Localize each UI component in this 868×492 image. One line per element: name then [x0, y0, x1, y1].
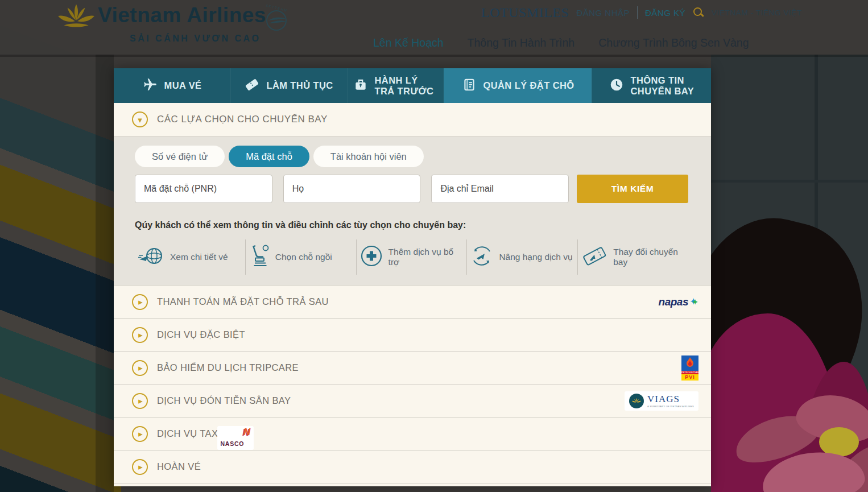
vietnam-airlines-lotus-icon[interactable] [56, 1, 97, 33]
mode-eticket[interactable]: Số vé điện tử [135, 146, 225, 167]
service-add-services[interactable]: Thêm dịch vụ bổ trợ [357, 239, 468, 275]
luggage-icon [353, 77, 368, 94]
mode-pnr[interactable]: Mã đặt chỗ [229, 146, 309, 167]
background-photo [711, 55, 868, 492]
lotusmiles-logo[interactable]: LOTUSMILES [481, 5, 569, 20]
service-view-ticket[interactable]: Xem chi tiết vé [135, 239, 246, 275]
chevron-right-icon[interactable] [132, 294, 148, 310]
globe-plane-icon [138, 246, 164, 268]
services-row: Xem chi tiết vé Chọn chỗ ngồi Thêm dịch … [135, 239, 688, 275]
search-button[interactable]: TÌM KIẾM [577, 175, 688, 203]
napas-logo: napas ✦ ✦ [659, 296, 698, 308]
tab-flight-info[interactable]: THÔNG TIN CHUYẾN BAY [592, 68, 711, 103]
service-label: Chọn chỗ ngồi [275, 252, 332, 262]
service-upgrade[interactable]: Nâng hạng dịch vụ [467, 239, 578, 275]
services-hint: Qúy khách có thể xem thông tin và điều c… [135, 220, 688, 230]
viags-logo: VIAGS A SUBSIDIARY OF VIETNAM AIRLINES [625, 391, 698, 411]
pvi-flame-icon [681, 355, 698, 371]
tab-buy-ticket[interactable]: MUA VÉ [114, 68, 230, 103]
main-nav: Lên Kế Hoạch Thông Tin Hành Trình Chương… [373, 36, 749, 49]
search-fields: TÌM KIẾM [135, 175, 688, 203]
service-choose-seat[interactable]: Chọn chỗ ngồi [246, 239, 357, 275]
pvi-logo: PETROVIETNAM PVI [681, 355, 698, 381]
pnr-input[interactable] [135, 175, 272, 203]
booking-tabbar: MUA VÉ LÀM THỦ TỤC HÀNH LÝ TRẢ TRƯỚC QUẢ… [114, 68, 711, 103]
accordion-label: BẢO HIỂM DU LỊCH TRIPCARE [157, 362, 299, 373]
service-label: Thay đổi chuyến bay [613, 247, 685, 267]
lastname-input[interactable] [283, 175, 421, 203]
tab-prepaid-baggage[interactable]: HÀNH LÝ TRẢ TRƯỚC [347, 68, 444, 103]
change-ticket-icon [581, 245, 607, 270]
service-label: Nâng hạng dịch vụ [499, 252, 572, 262]
accordion-label: HOÀN VÉ [157, 461, 201, 472]
booking-search-section: Số vé điện tử Mã đặt chỗ Tài khoản hội v… [114, 137, 711, 285]
chevron-right-icon[interactable] [132, 426, 148, 442]
service-label: Xem chi tiết vé [170, 252, 228, 262]
tab-label: QUẢN LÝ ĐẶT CHỖ [483, 80, 574, 91]
account-bar: LOTUSMILES ĐĂNG NHẬP ĐĂNG KÝ VIETNAM - T… [481, 3, 802, 22]
accordion-label: DỊCH VỤ ĐÓN TIỄN SÂN BAY [157, 395, 291, 406]
search-mode-toggle: Số vé điện tử Mã đặt chỗ Tài khoản hội v… [135, 146, 688, 167]
accordion-label: DỊCH VỤ ĐẶC BIỆT [157, 329, 245, 340]
nasco-n-icon: N [243, 427, 250, 438]
nav-lotusmiles-program[interactable]: Chương Trình Bông Sen Vàng [598, 36, 749, 49]
tab-label: MUA VÉ [164, 80, 202, 91]
brand-wordmark[interactable]: Vietnam Airlines [98, 3, 266, 27]
booking-panel: MUA VÉ LÀM THỦ TỤC HÀNH LÝ TRẢ TRƯỚC QUẢ… [114, 68, 711, 486]
viags-lotus-icon [629, 394, 644, 408]
chevron-right-icon[interactable] [132, 393, 148, 409]
chevron-right-icon[interactable] [132, 360, 148, 376]
accordion-taxi-service[interactable]: DỊCH VỤ TAXI N NASCO [114, 417, 711, 450]
flight-options-title: CÁC LỰA CHỌN CHO CHUYẾN BAY [157, 114, 328, 125]
tab-label: THÔNG TIN CHUYẾN BAY [631, 75, 695, 97]
service-label: Thêm dịch vụ bổ trợ [388, 247, 464, 267]
locale-selector[interactable]: VIETNAM - TIẾNG VIỆT [712, 9, 802, 17]
search-icon[interactable] [693, 7, 704, 18]
accordion-label: DỊCH VỤ TAXI [157, 428, 221, 439]
accordion-special-services[interactable]: DỊCH VỤ ĐẶC BIỆT [114, 318, 711, 351]
accordion-label: THANH TOÁN MÃ ĐẶT CHỖ TRẢ SAU [157, 296, 329, 307]
chevron-down-icon[interactable] [132, 111, 148, 127]
napas-star-icon: ✦ [692, 297, 698, 307]
accordion-tripcare-insurance[interactable]: BẢO HIỂM DU LỊCH TRIPCARE PETROVIETNAM P… [114, 351, 711, 384]
header-shadow-line [0, 55, 868, 57]
login-link[interactable]: ĐĂNG NHẬP [576, 8, 630, 18]
upgrade-plane-icon [470, 245, 493, 270]
panel-tail [114, 483, 711, 486]
accordion-postpaid-payment[interactable]: THANH TOÁN MÃ ĐẶT CHỖ TRẢ SAU napas ✦ ✦ [114, 285, 711, 318]
background-stripes-edge [96, 55, 114, 492]
nav-plan-trip[interactable]: Lên Kế Hoạch [373, 36, 444, 49]
register-link[interactable]: ĐĂNG KÝ [645, 8, 685, 18]
nav-travel-info[interactable]: Thông Tin Hành Trình [468, 36, 575, 49]
clock-icon [609, 77, 624, 94]
tab-manage-booking[interactable]: QUẢN LÝ ĐẶT CHỖ [444, 68, 592, 103]
document-icon [462, 77, 477, 94]
accordion-airport-welcome[interactable]: DỊCH VỤ ĐÓN TIỄN SÂN BAY VIAGS A SUBSIDI… [114, 384, 711, 417]
email-input[interactable] [431, 175, 569, 203]
divider [637, 6, 638, 19]
chevron-right-icon[interactable] [132, 327, 148, 343]
window-frame [711, 180, 868, 183]
brand-tagline: SẢI CÁNH VƯƠN CAO [130, 34, 261, 44]
ticket-icon [245, 77, 259, 94]
tab-label: LÀM THỦ TỤC [266, 80, 333, 91]
plus-circle-icon [360, 245, 383, 270]
plane-icon [143, 77, 158, 94]
accordion-refund[interactable]: HOÀN VÉ [114, 450, 711, 483]
nasco-logo: N NASCO [217, 426, 254, 450]
mode-member[interactable]: Tài khoản hội viên [313, 146, 424, 167]
service-change-flight[interactable]: Thay đổi chuyến bay [578, 239, 688, 275]
seat-icon [249, 244, 270, 270]
tab-check-in[interactable]: LÀM THỦ TỤC [230, 68, 347, 103]
skyteam-logo: SKYTEAM [262, 5, 291, 36]
flight-options-header[interactable]: CÁC LỰA CHỌN CHO CHUYẾN BAY [114, 103, 711, 137]
chevron-right-icon[interactable] [132, 459, 148, 475]
tab-label: HÀNH LÝ TRẢ TRƯỚC [375, 75, 439, 97]
